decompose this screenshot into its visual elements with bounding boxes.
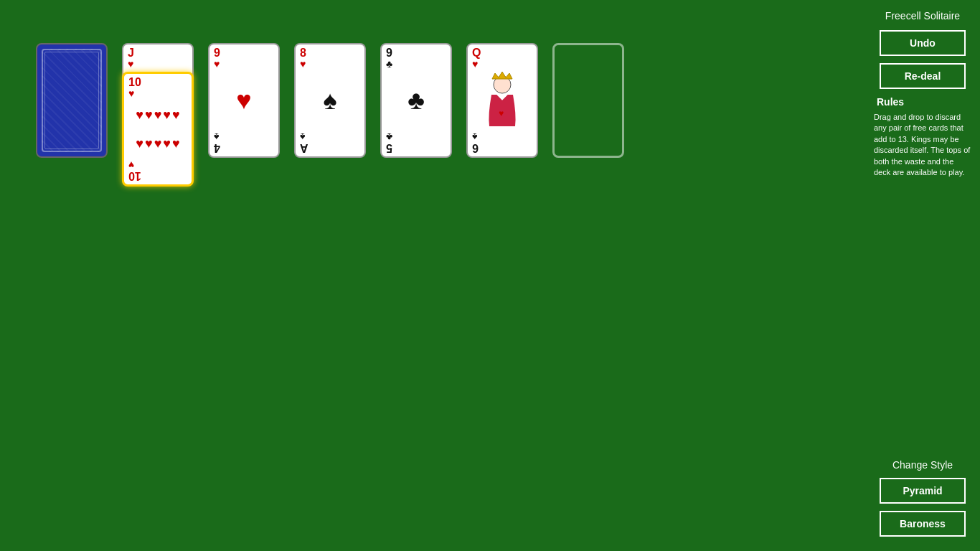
card-9h-4s-stack: 9 ♥ ♥ 4 ♠: [208, 43, 280, 158]
baroness-button[interactable]: Baroness: [880, 511, 966, 537]
rules-text: Drag and drop to discard any pair of fre…: [871, 112, 974, 178]
card-qh-6s-stack: Q ♥ ♥ 6 ♠: [466, 43, 538, 158]
rules-title: Rules: [877, 96, 904, 108]
pyramid-button[interactable]: Pyramid: [880, 478, 966, 504]
deck-card[interactable]: [36, 43, 108, 158]
card-qh-6s[interactable]: Q ♥ ♥ 6 ♠: [466, 43, 538, 158]
card-8h-as-stack: 8 ♥ ♠ A ♠: [294, 43, 366, 158]
deck-stack[interactable]: [36, 43, 108, 158]
ten-of-hearts[interactable]: 10 ♥ ♥ ♥ ♥ ♥ ♥ ♥ ♥ ♥ ♥ ♥ 10 ♥: [122, 72, 194, 187]
redeal-button[interactable]: Re-deal: [880, 63, 966, 89]
card-9c-5c[interactable]: 9 ♣ ♣ 5 ♣: [380, 43, 452, 158]
sidebar: Freecell Solitaire Undo Re-deal Rules Dr…: [865, 0, 980, 551]
change-style-label: Change Style: [892, 459, 953, 471]
card-9h-4s[interactable]: 9 ♥ ♥ 4 ♠: [208, 43, 280, 158]
svg-text:♥: ♥: [499, 108, 504, 118]
card-9c-5c-stack: 9 ♣ ♣ 5 ♣: [380, 43, 452, 158]
game-title: Freecell Solitaire: [885, 10, 960, 22]
waste-stack: J ♥ ♥: [122, 43, 194, 187]
card-8h-as[interactable]: 8 ♥ ♠ A ♠: [294, 43, 366, 158]
undo-button[interactable]: Undo: [880, 30, 966, 56]
svg-marker-9: [492, 72, 512, 79]
card-area: J ♥ ♥: [0, 0, 861, 551]
discard-zone[interactable]: [552, 43, 624, 158]
